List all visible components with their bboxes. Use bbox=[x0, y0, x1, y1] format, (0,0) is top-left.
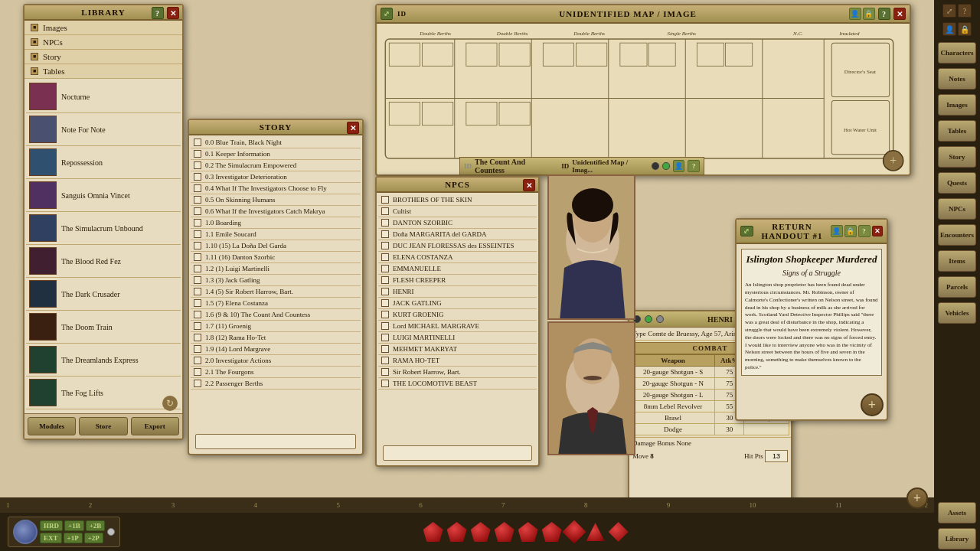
checkbox[interactable] bbox=[381, 253, 389, 261]
list-item[interactable]: The Fog Lifts bbox=[26, 377, 181, 409]
list-item[interactable]: Sanguis Omnia Vincet bbox=[26, 179, 181, 212]
checkbox[interactable] bbox=[194, 265, 201, 272]
list-item[interactable]: 0.1 Keeper Information bbox=[191, 148, 361, 160]
library-help-btn[interactable]: ? bbox=[152, 7, 164, 19]
checkbox[interactable] bbox=[194, 184, 201, 192]
checkbox[interactable] bbox=[381, 334, 389, 341]
library-category-tables[interactable]: ■ Tables bbox=[24, 64, 182, 79]
checkbox[interactable] bbox=[381, 322, 389, 330]
checkbox[interactable] bbox=[194, 357, 201, 364]
sidebar-icon1[interactable]: 👤 bbox=[942, 22, 956, 36]
story-close-btn[interactable]: ✕ bbox=[347, 122, 359, 134]
list-item[interactable]: ELENA COSTANZA bbox=[378, 252, 537, 263]
checkbox[interactable] bbox=[381, 207, 389, 215]
checkbox[interactable] bbox=[381, 380, 389, 387]
checkbox[interactable] bbox=[194, 207, 201, 215]
list-item[interactable]: 0.5 On Skinning Humans bbox=[191, 194, 361, 206]
map-close-btn[interactable]: ✕ bbox=[893, 8, 906, 20]
dice-d8-3[interactable] bbox=[471, 522, 491, 542]
dice-d4-tri[interactable] bbox=[586, 523, 605, 541]
checkbox[interactable] bbox=[194, 196, 201, 204]
list-item[interactable]: EMMANUELLE bbox=[378, 263, 537, 275]
sidebar-btn-parcels[interactable]: Parcels bbox=[938, 276, 976, 298]
dice-d4-sq[interactable] bbox=[562, 520, 586, 543]
checkbox[interactable] bbox=[194, 276, 201, 284]
dice-d8-6[interactable] bbox=[542, 522, 562, 542]
list-item[interactable]: HENRI bbox=[378, 286, 537, 298]
checkbox[interactable] bbox=[194, 334, 201, 341]
list-item[interactable]: DUC JEAN FLORESSAS des ESSEINTES bbox=[378, 240, 537, 252]
map-help-btn[interactable]: ? bbox=[878, 8, 890, 20]
checkbox[interactable] bbox=[381, 265, 389, 272]
checkbox[interactable] bbox=[194, 253, 201, 261]
store-btn[interactable]: Store bbox=[79, 417, 127, 435]
list-item[interactable]: MEHMET MAKRYAT bbox=[378, 344, 537, 355]
checkbox[interactable] bbox=[381, 288, 389, 295]
list-item[interactable]: RAMA HO-TET bbox=[378, 355, 537, 367]
map-expand-btn[interactable]: ⤢ bbox=[381, 8, 393, 20]
list-item[interactable]: Sir Robert Harrow, Bart. bbox=[378, 367, 537, 378]
checkbox[interactable] bbox=[194, 380, 201, 387]
handout-icon2[interactable]: 🔒 bbox=[844, 225, 857, 237]
checkbox[interactable] bbox=[194, 288, 201, 295]
checkbox[interactable] bbox=[194, 150, 201, 158]
list-item[interactable]: 1.11 (16) Danton Szorbic bbox=[191, 252, 361, 263]
list-item[interactable]: THE LOCOMOTIVE BEAST bbox=[378, 378, 537, 390]
list-item[interactable]: 1.6 (9 & 10) The Count And Countess bbox=[191, 309, 361, 321]
list-item[interactable]: Repossession bbox=[26, 146, 181, 179]
dice-d8-4[interactable] bbox=[495, 522, 514, 542]
checkbox[interactable] bbox=[194, 161, 201, 169]
library-category-npcs[interactable]: ■ NPCs bbox=[24, 35, 182, 50]
list-item[interactable]: 1.1 Emile Soucard bbox=[191, 229, 361, 240]
sidebar-btn-vehicles[interactable]: Vehicles bbox=[938, 302, 976, 324]
handout-add-btn[interactable]: + bbox=[861, 393, 884, 416]
checkbox[interactable] bbox=[194, 173, 201, 181]
checkbox[interactable] bbox=[194, 299, 201, 307]
checkbox[interactable] bbox=[194, 230, 201, 238]
npcs-close-btn[interactable]: ✕ bbox=[523, 179, 535, 191]
library-category-images[interactable]: ■ Images bbox=[24, 21, 182, 35]
list-item[interactable]: 1.3 (3) Jack Gatling bbox=[191, 275, 361, 286]
checkbox[interactable] bbox=[194, 139, 201, 146]
list-item[interactable]: 1.9 (14) Lord Margrave bbox=[191, 344, 361, 355]
list-item[interactable]: FLESH CREEPER bbox=[378, 275, 537, 286]
list-item[interactable]: Doña MARGARITA del GARDA bbox=[378, 229, 537, 240]
dice-d8-7[interactable] bbox=[609, 522, 629, 542]
handout-expand-btn[interactable]: ⤢ bbox=[740, 226, 753, 236]
main-add-btn[interactable]: + bbox=[906, 487, 928, 509]
sidebar-btn-quests[interactable]: Quests bbox=[938, 172, 976, 194]
expand-icon[interactable]: ⤢ bbox=[942, 4, 956, 18]
sidebar-btn-story[interactable]: Story bbox=[938, 146, 976, 168]
list-item[interactable]: 2.0 Investigator Actions bbox=[191, 355, 361, 367]
checkbox[interactable] bbox=[381, 196, 389, 204]
checkbox[interactable] bbox=[381, 345, 389, 353]
sidebar-btn-notes[interactable]: Notes bbox=[938, 68, 976, 90]
list-item[interactable]: The Blood Red Fez bbox=[26, 245, 181, 278]
list-item[interactable]: BROTHERS OF THE SKIN bbox=[378, 194, 537, 206]
sidebar-btn-library[interactable]: Library bbox=[938, 528, 976, 549]
dice-d8-5[interactable] bbox=[518, 522, 538, 542]
list-item[interactable]: 1.2 (1) Luigi Martinelli bbox=[191, 263, 361, 275]
list-item[interactable]: The Doom Train bbox=[26, 311, 181, 344]
sidebar-btn-characters[interactable]: Characters bbox=[938, 42, 976, 64]
checkbox[interactable] bbox=[381, 276, 389, 284]
list-item[interactable]: 1.10 (15) La Doña Del Garda bbox=[191, 240, 361, 252]
sidebar-btn-tables[interactable]: Tables bbox=[938, 120, 976, 142]
list-item[interactable]: KURT GROENIG bbox=[378, 309, 537, 321]
library-close-btn[interactable]: ✕ bbox=[167, 7, 179, 19]
checkbox[interactable] bbox=[381, 242, 389, 249]
checkbox[interactable] bbox=[194, 322, 201, 330]
list-item[interactable]: Cultist bbox=[378, 206, 537, 217]
list-item[interactable]: The Simulacrum Unbound bbox=[26, 212, 181, 245]
list-item[interactable]: 0.4 What If The Investigators Choose to … bbox=[191, 183, 361, 194]
list-item[interactable]: Nocturne bbox=[26, 80, 181, 113]
checkbox[interactable] bbox=[194, 311, 201, 318]
handout-help-btn[interactable]: ? bbox=[858, 225, 871, 237]
list-item[interactable]: 0.3 Investigator Deterioration bbox=[191, 171, 361, 183]
list-item[interactable]: 1.8 (12) Rama Ho-Tet bbox=[191, 332, 361, 344]
checkbox[interactable] bbox=[381, 230, 389, 238]
sidebar-help-icon[interactable]: ? bbox=[958, 4, 972, 18]
scroll-refresh-btn[interactable]: ↻ bbox=[162, 396, 178, 411]
checkbox[interactable] bbox=[381, 299, 389, 307]
list-item[interactable]: DANTON SZORBIC bbox=[378, 217, 537, 229]
